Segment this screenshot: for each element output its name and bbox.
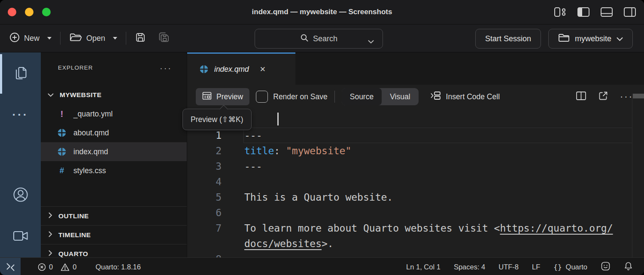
action-bar: New Open (0, 24, 644, 52)
insert-code-cell-icon (431, 91, 441, 102)
line-number: 6 (187, 205, 222, 220)
file-name: styles.css (73, 166, 106, 175)
section-label: OUTLINE (58, 212, 89, 220)
feedback-smiley-icon[interactable] (601, 261, 611, 273)
activity-bar: ··· (0, 52, 41, 257)
eol-sequence[interactable]: LF (532, 263, 540, 271)
explorer-more-icon[interactable]: ··· (160, 66, 172, 70)
file-name: _quarto.yml (73, 110, 112, 119)
code-line-5[interactable]: 5This is a Quarto website. (187, 189, 644, 205)
start-session-button[interactable]: Start Session (475, 29, 541, 49)
search-input[interactable]: Search (255, 29, 383, 49)
quarto-icon (58, 128, 66, 137)
toggle-left-sidebar-icon[interactable] (577, 7, 590, 17)
quarto-version[interactable]: Quarto: 1.8.16 (95, 263, 141, 271)
file-row--quarto-yml[interactable]: !_quarto.yml (41, 104, 187, 123)
workspace-caret-icon (617, 34, 623, 43)
section-timeline[interactable]: TIMELINE (41, 225, 187, 244)
editor-more-actions-icon[interactable]: ··· (620, 95, 633, 98)
toolbar-divider (60, 32, 61, 45)
active-view-indicator (0, 54, 2, 94)
scrollbar-thumb[interactable] (633, 94, 644, 98)
more-views-icon[interactable]: ··· (12, 110, 29, 120)
split-editor-icon[interactable] (576, 91, 586, 102)
new-button-label: New (24, 34, 39, 43)
preview-button[interactable]: Preview (196, 88, 249, 105)
line-content: This is a Quarto website. (244, 189, 393, 205)
code-line-4[interactable]: 4 (187, 174, 644, 189)
file-row-about-qmd[interactable]: about.qmd (41, 123, 187, 142)
save-all-icon (158, 31, 171, 46)
code-line-2[interactable]: 2title: "mywebsite" (187, 143, 644, 159)
line-number: 4 (187, 174, 222, 189)
line-content: To learn more about Quarto websites visi… (244, 220, 613, 236)
editor-scrollbar[interactable] (632, 94, 644, 257)
problems-warnings[interactable]: 0 (61, 263, 76, 271)
status-bar: 0 0 Quarto: 1.8.16 Ln 1, Col 1 Spaces: 4… (0, 257, 644, 275)
tab-strip: index.qmd ✕ (187, 52, 644, 85)
root-folder-label: MYWEBSITE (60, 91, 101, 99)
insert-code-cell-button[interactable]: Insert Code Cell (431, 91, 500, 102)
problems-errors[interactable]: 0 (38, 263, 53, 271)
customize-layout-icon[interactable] (554, 7, 567, 17)
language-label: Quarto (566, 263, 587, 271)
code-line-wrap[interactable]: docs/websites>. (187, 236, 644, 251)
render-on-save-checkbox[interactable] (256, 91, 268, 103)
code-line-3[interactable]: 3--- (187, 159, 644, 174)
line-number: 8 (187, 251, 222, 257)
workspace-button[interactable]: mywebsite (548, 29, 633, 49)
file-list: !_quarto.yml about.qmd index.qmd#styles.… (41, 104, 187, 180)
chevron-right-icon (49, 250, 52, 257)
warning-count: 0 (73, 263, 76, 271)
toggle-bottom-panel-icon[interactable] (600, 7, 613, 17)
save-button[interactable] (135, 32, 146, 45)
code-line-6[interactable]: 6 (187, 205, 644, 220)
search-scope-caret-icon[interactable] (368, 37, 374, 46)
indentation[interactable]: Spaces: 4 (454, 263, 485, 271)
video-camera-icon[interactable] (13, 229, 28, 243)
code-line-1[interactable]: 1--- (187, 128, 644, 143)
chevron-right-icon (49, 212, 52, 220)
toggle-right-sidebar-icon[interactable] (623, 7, 636, 17)
file-row-styles-css[interactable]: #styles.css (41, 161, 187, 180)
new-dropdown-caret-icon (47, 37, 52, 40)
chevron-right-icon (49, 231, 52, 239)
close-tab-icon[interactable]: ✕ (260, 65, 266, 74)
warning-icon (61, 263, 70, 271)
open-external-icon[interactable] (598, 91, 608, 103)
tab-index-qmd[interactable]: index.qmd ✕ (187, 52, 295, 85)
error-count: 0 (49, 263, 53, 271)
open-button[interactable]: Open (69, 32, 117, 45)
code-line-7[interactable]: 7To learn more about Quarto websites vis… (187, 220, 644, 236)
search-icon (300, 34, 309, 44)
explorer-header-label: EXPLORER (58, 64, 93, 71)
preview-tooltip-label: Preview (⇧⌘K) (191, 115, 243, 124)
notifications-bell-icon[interactable] (624, 261, 633, 273)
new-button[interactable]: New (9, 32, 52, 45)
root-folder-row[interactable]: MYWEBSITE (41, 86, 187, 104)
line-number: 2 (187, 143, 222, 159)
remote-indicator[interactable] (0, 258, 21, 275)
chevron-down-icon (48, 91, 54, 99)
file-row-index-qmd[interactable]: index.qmd (41, 142, 187, 161)
tab-label: index.qmd (214, 65, 249, 74)
save-icon (135, 32, 146, 45)
section-label: TIMELINE (58, 231, 91, 239)
explorer-view-icon[interactable] (13, 64, 28, 82)
code-lines: 1---2title: "mywebsite"3---45This is a Q… (187, 128, 644, 257)
account-icon[interactable] (12, 186, 29, 203)
code-editor[interactable]: 1---2title: "mywebsite"3---45This is a Q… (187, 128, 644, 257)
section-quarto[interactable]: QUARTO (41, 244, 187, 257)
source-mode-button[interactable]: Source (342, 88, 382, 105)
code-line-8[interactable]: 8 (187, 251, 644, 257)
open-folder-icon (69, 32, 82, 45)
language-mode[interactable]: {} Quarto (553, 263, 587, 271)
line-content: --- (244, 159, 262, 174)
cursor-position[interactable]: Ln 1, Col 1 (406, 263, 440, 271)
editor-toolbar: Preview Render on Save Source Visual (187, 85, 644, 109)
encoding[interactable]: UTF-8 (498, 263, 519, 271)
yaml-icon: ! (61, 109, 64, 119)
save-all-button[interactable] (158, 31, 171, 46)
section-outline[interactable]: OUTLINE (41, 206, 187, 226)
visual-mode-button[interactable]: Visual (382, 88, 418, 105)
